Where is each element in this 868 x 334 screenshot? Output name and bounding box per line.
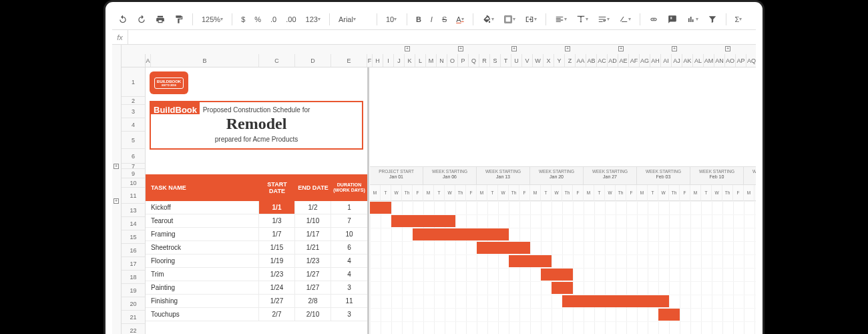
functions-button[interactable]: Σ xyxy=(733,14,744,25)
row-header-7[interactable]: 7 xyxy=(122,164,145,169)
col-header-AK[interactable]: AK xyxy=(682,54,693,67)
comment-button[interactable] xyxy=(666,13,679,25)
col-header-J[interactable]: J xyxy=(394,54,405,67)
column-group-toggle[interactable]: + xyxy=(458,46,463,51)
text-color-button[interactable]: A xyxy=(454,14,465,25)
row-header-18[interactable]: 18 xyxy=(122,271,145,284)
gantt-bar[interactable] xyxy=(541,269,573,281)
fill-color-button[interactable] xyxy=(480,13,496,25)
col-header-V[interactable]: V xyxy=(522,54,533,67)
gantt-bar[interactable] xyxy=(413,228,509,240)
bold-button[interactable]: B xyxy=(414,14,423,25)
spreadsheet[interactable]: ABCDEFHIJKLMNOPQRSTUVWXYZAAABACADAEAFAGA… xyxy=(112,45,756,334)
col-header-Y[interactable]: Y xyxy=(554,54,565,67)
column-group-toggle[interactable]: + xyxy=(565,46,570,51)
row-header-9[interactable]: 9 xyxy=(122,169,145,178)
merge-button[interactable] xyxy=(523,13,539,25)
gantt-bar[interactable] xyxy=(477,242,530,254)
col-header-W[interactable]: W xyxy=(533,54,544,67)
link-button[interactable] xyxy=(647,13,660,25)
col-header-C[interactable]: C xyxy=(259,54,295,67)
col-header-I[interactable]: I xyxy=(383,54,394,67)
row-header-22[interactable]: 22 xyxy=(122,324,145,334)
task-row[interactable]: Framing1/71/1710 xyxy=(146,228,367,241)
row-header-20[interactable]: 20 xyxy=(122,297,145,311)
italic-button[interactable]: I xyxy=(429,14,435,25)
task-row[interactable]: Flooring1/191/234 xyxy=(146,255,367,268)
filter-button[interactable] xyxy=(706,13,719,25)
task-row[interactable]: Finishing1/272/811 xyxy=(146,295,367,308)
row-header-17[interactable]: 17 xyxy=(122,257,145,271)
col-header-O[interactable]: O xyxy=(447,54,458,67)
col-header-AF[interactable]: AF xyxy=(629,54,640,67)
row-group-toggle[interactable]: + xyxy=(114,164,119,169)
task-row[interactable]: Touchups2/72/103 xyxy=(146,308,367,321)
row-header-4[interactable]: 4 xyxy=(122,118,145,132)
cells-area[interactable]: BUILDBOOK EST'D 2018 BuildBook Proposed … xyxy=(146,67,756,334)
gantt-bar[interactable] xyxy=(552,282,573,294)
col-header-AB[interactable]: AB xyxy=(586,54,597,67)
col-header-AN[interactable]: AN xyxy=(714,54,725,67)
select-all-corner[interactable] xyxy=(122,54,146,67)
row-group-toggle[interactable]: + xyxy=(114,198,119,204)
print-button[interactable] xyxy=(154,13,167,25)
gantt-bar[interactable] xyxy=(509,255,552,267)
col-header-N[interactable]: N xyxy=(437,54,447,67)
col-header-AO[interactable]: AO xyxy=(725,54,736,67)
formula-input[interactable] xyxy=(128,30,756,44)
col-header-D[interactable]: D xyxy=(295,54,331,67)
col-header-AC[interactable]: AC xyxy=(597,54,608,67)
undo-button[interactable] xyxy=(116,13,130,25)
column-group-toggle[interactable]: + xyxy=(672,46,677,51)
row-header-5[interactable]: 5 xyxy=(122,132,145,149)
col-header-AA[interactable]: AA xyxy=(576,54,586,67)
chart-button[interactable] xyxy=(684,13,700,25)
col-header-AH[interactable]: AH xyxy=(650,54,661,67)
column-group-toggle[interactable]: + xyxy=(725,46,730,51)
row-header-10[interactable]: 10 xyxy=(122,178,145,188)
column-group-toggle[interactable]: + xyxy=(618,46,624,51)
row-header-21[interactable]: 21 xyxy=(122,311,145,324)
task-row[interactable]: Trim1/231/274 xyxy=(146,268,367,281)
col-header-AJ[interactable]: AJ xyxy=(672,54,682,67)
col-header-L[interactable]: L xyxy=(415,54,426,67)
gantt-bar[interactable] xyxy=(391,215,455,227)
zoom-dropdown[interactable]: 125% xyxy=(200,14,225,25)
percent-button[interactable]: % xyxy=(252,14,263,25)
borders-button[interactable] xyxy=(501,13,517,25)
col-header-S[interactable]: S xyxy=(490,54,501,67)
task-row[interactable]: Sheetrock1/151/216 xyxy=(146,241,367,255)
row-header-2[interactable]: 2 xyxy=(122,97,145,105)
row-header-16[interactable]: 16 xyxy=(122,244,145,257)
col-header-U[interactable]: U xyxy=(511,54,522,67)
task-row[interactable]: Kickoff1/11/21 xyxy=(146,201,367,214)
row-header-15[interactable]: 15 xyxy=(122,230,145,244)
col-header-B[interactable]: B xyxy=(151,54,259,67)
paint-format-button[interactable] xyxy=(172,13,186,25)
col-header-A[interactable]: A xyxy=(146,54,151,67)
v-align-button[interactable] xyxy=(574,13,590,25)
task-row[interactable]: Painting1/241/273 xyxy=(146,281,367,295)
number-format-dropdown[interactable]: 123 xyxy=(304,14,322,25)
font-dropdown[interactable]: Arial xyxy=(337,14,370,25)
font-size-dropdown[interactable]: 10 xyxy=(384,14,400,25)
gantt-bar[interactable] xyxy=(370,202,391,214)
col-header-K[interactable]: K xyxy=(405,54,415,67)
col-header-F[interactable]: F xyxy=(367,54,373,67)
row-header-14[interactable]: 14 xyxy=(122,217,145,230)
col-header-AG[interactable]: AG xyxy=(640,54,650,67)
col-header-X[interactable]: X xyxy=(544,54,554,67)
rotate-button[interactable] xyxy=(617,13,633,25)
row-header-1[interactable]: 1 xyxy=(122,67,145,97)
col-header-AE[interactable]: AE xyxy=(618,54,629,67)
column-group-toggle[interactable]: + xyxy=(511,46,517,51)
gantt-bar[interactable] xyxy=(658,309,680,321)
col-header-AL[interactable]: AL xyxy=(693,54,704,67)
row-header-3[interactable]: 3 xyxy=(122,105,145,118)
gantt-bar[interactable] xyxy=(562,295,669,307)
column-group-toggle[interactable]: + xyxy=(405,46,410,51)
row-header-19[interactable]: 19 xyxy=(122,284,145,297)
col-header-Q[interactable]: Q xyxy=(469,54,479,67)
col-header-R[interactable]: R xyxy=(479,54,490,67)
col-header-AI[interactable]: AI xyxy=(661,54,672,67)
